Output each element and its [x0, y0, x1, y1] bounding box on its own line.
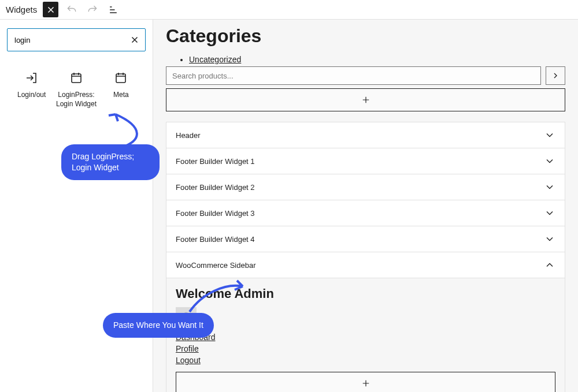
- close-icon: [129, 35, 140, 45]
- block-search-input[interactable]: [7, 28, 146, 51]
- widget-area: Header: [166, 122, 565, 148]
- chevron-down-icon: [544, 207, 555, 219]
- widget-areas-list: Header Footer Builder Widget 1 Footer Bu…: [166, 122, 565, 392]
- block-search-wrap: [7, 28, 146, 51]
- chevron-right-icon: [551, 71, 560, 80]
- plus-icon: [361, 95, 371, 105]
- svg-rect-1: [116, 74, 125, 83]
- widget-area-label: Header: [176, 131, 201, 140]
- block-label: Meta: [113, 91, 129, 100]
- block-label: LoginPress: Login Widget: [54, 91, 98, 109]
- widget-area: WooCommerce Sidebar Welcome Admin Dashbo…: [166, 252, 565, 392]
- widget-area-toggle[interactable]: Footer Builder Widget 2: [166, 174, 565, 200]
- plus-icon: [361, 378, 371, 389]
- logout-link[interactable]: Logout: [176, 356, 201, 365]
- widget-area: Footer Builder Widget 4: [166, 226, 565, 252]
- widget-area: Footer Builder Widget 1: [166, 148, 565, 174]
- list-view-button[interactable]: [106, 2, 121, 17]
- category-list: Uncategorized: [166, 55, 565, 64]
- widget-area-label: Footer Builder Widget 2: [176, 183, 255, 192]
- redo-icon: [87, 4, 98, 16]
- close-icon: [46, 5, 56, 15]
- widget-area-label: Footer Builder Widget 4: [176, 235, 255, 244]
- widget-area-content: Welcome Admin Dashboard Profile Logout: [166, 278, 565, 392]
- welcome-heading: Welcome Admin: [176, 286, 555, 301]
- widget-areas-canvas: Categories Uncategorized Header: [153, 20, 578, 392]
- undo-icon: [66, 4, 77, 16]
- close-inserter-button[interactable]: [43, 2, 58, 17]
- category-link[interactable]: Uncategorized: [189, 55, 241, 64]
- page-title: Widgets: [6, 5, 37, 14]
- widget-area-toggle[interactable]: Footer Builder Widget 4: [166, 226, 565, 252]
- chevron-down-icon: [544, 155, 555, 167]
- product-search-button[interactable]: [546, 66, 565, 85]
- svg-rect-0: [72, 74, 81, 83]
- widget-area-label: Footer Builder Widget 1: [176, 157, 255, 166]
- block-login-out[interactable]: Login/out: [9, 69, 54, 111]
- widget-area: Footer Builder Widget 3: [166, 200, 565, 226]
- block-label: Login/out: [17, 91, 46, 100]
- block-loginpress-widget[interactable]: LoginPress: Login Widget: [54, 69, 98, 111]
- user-links: Dashboard Profile Logout: [176, 333, 555, 365]
- widget-area-label: WooCommerce Sidebar: [176, 261, 255, 270]
- categories-heading: Categories: [166, 25, 565, 47]
- list-item: Uncategorized: [189, 55, 565, 64]
- block-meta[interactable]: Meta: [99, 69, 143, 111]
- top-toolbar: Widgets: [0, 0, 578, 20]
- calendar-icon: [114, 71, 128, 85]
- profile-link[interactable]: Profile: [176, 344, 199, 353]
- clear-search-button[interactable]: [128, 33, 141, 46]
- widget-area: Footer Builder Widget 2: [166, 174, 565, 200]
- product-search-row: [166, 66, 565, 85]
- login-icon: [25, 71, 39, 85]
- chevron-down-icon: [544, 181, 555, 193]
- redo-button[interactable]: [85, 2, 100, 17]
- widget-area-toggle[interactable]: Footer Builder Widget 1: [166, 148, 565, 174]
- widget-area-toggle[interactable]: Header: [166, 122, 565, 148]
- widget-area-label: Footer Builder Widget 3: [176, 209, 255, 218]
- list-view-icon: [108, 4, 119, 16]
- block-results: Login/out LoginPress: Login Widget Meta: [7, 69, 146, 111]
- undo-button[interactable]: [64, 2, 79, 17]
- calendar-icon: [69, 71, 83, 85]
- annotation-paste: Paste Where You Want It: [103, 313, 214, 338]
- annotation-drag: Drag LoginPress; Login Widget: [61, 144, 160, 180]
- add-block-button[interactable]: [166, 88, 565, 111]
- widget-area-toggle[interactable]: WooCommerce Sidebar: [166, 252, 565, 278]
- chevron-up-icon: [544, 259, 555, 271]
- add-block-button[interactable]: [176, 372, 555, 392]
- product-search-input[interactable]: [166, 66, 541, 85]
- widget-area-toggle[interactable]: Footer Builder Widget 3: [166, 200, 565, 226]
- chevron-down-icon: [544, 233, 555, 245]
- chevron-down-icon: [544, 129, 555, 141]
